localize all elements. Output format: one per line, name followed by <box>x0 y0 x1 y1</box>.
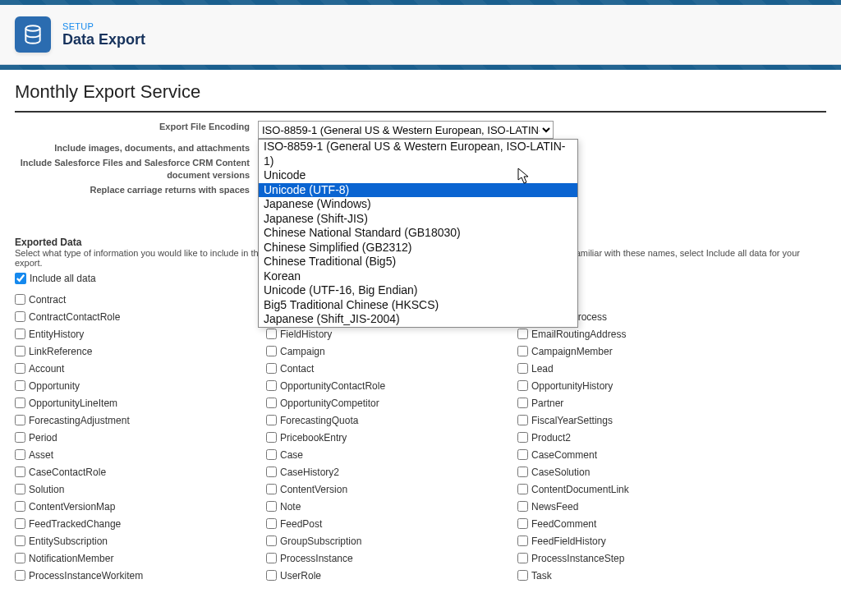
object-checkbox-item[interactable]: CaseHistory2 <box>266 463 517 480</box>
encoding-select[interactable]: ISO-8859-1 (General US & Western Europea… <box>258 121 554 139</box>
object-checkbox[interactable] <box>15 553 25 563</box>
object-checkbox[interactable] <box>266 553 277 563</box>
object-checkbox-item[interactable]: ProcessInstanceWorkitem <box>15 567 266 584</box>
object-checkbox-item[interactable]: Partner <box>517 394 769 411</box>
object-checkbox[interactable] <box>15 449 25 460</box>
object-checkbox-item[interactable]: EmailRoutingAddress <box>517 325 769 342</box>
encoding-option[interactable]: Big5 Traditional Chinese (HKSCS) <box>259 298 577 313</box>
object-checkbox-item[interactable]: NewsFeed <box>517 498 769 515</box>
object-checkbox[interactable] <box>517 570 528 581</box>
object-checkbox[interactable] <box>15 380 25 391</box>
object-checkbox[interactable] <box>266 398 277 408</box>
encoding-dropdown-listbox[interactable]: ISO-8859-1 (General US & Western Europea… <box>258 139 578 328</box>
encoding-option[interactable]: Japanese (Shift-JIS) <box>259 212 577 227</box>
object-checkbox[interactable] <box>15 294 25 305</box>
object-checkbox[interactable] <box>517 501 528 512</box>
object-checkbox[interactable] <box>15 518 25 529</box>
object-checkbox-item[interactable]: Task <box>517 567 769 584</box>
object-checkbox[interactable] <box>517 415 528 425</box>
object-checkbox[interactable] <box>517 553 528 563</box>
object-checkbox[interactable] <box>517 363 528 374</box>
object-checkbox[interactable] <box>266 363 277 374</box>
object-checkbox[interactable] <box>15 432 25 443</box>
object-checkbox[interactable] <box>15 501 25 512</box>
object-checkbox-item[interactable]: Lead <box>517 360 769 377</box>
object-checkbox-item[interactable]: UserRole <box>266 567 517 584</box>
encoding-option[interactable]: Japanese (Windows) <box>259 197 577 212</box>
object-checkbox[interactable] <box>266 380 277 391</box>
object-checkbox[interactable] <box>517 518 528 529</box>
object-checkbox-item[interactable]: Period <box>15 429 266 446</box>
object-checkbox[interactable] <box>517 432 528 443</box>
object-checkbox-item[interactable]: Campaign <box>266 342 517 360</box>
object-checkbox[interactable] <box>517 346 528 356</box>
object-checkbox[interactable] <box>517 467 528 477</box>
object-checkbox-item[interactable]: FiscalYearSettings <box>517 411 769 429</box>
object-checkbox[interactable] <box>266 467 277 477</box>
object-checkbox-item[interactable]: ContractContactRole <box>15 308 266 325</box>
object-checkbox[interactable] <box>266 570 277 581</box>
object-checkbox[interactable] <box>266 518 277 529</box>
object-checkbox-item[interactable]: ProcessInstance <box>266 549 517 567</box>
object-checkbox-item[interactable]: GroupSubscription <box>266 532 517 549</box>
object-checkbox[interactable] <box>15 346 25 356</box>
object-checkbox-item[interactable]: LinkReference <box>15 342 266 360</box>
object-checkbox[interactable] <box>517 536 528 546</box>
object-checkbox-item[interactable]: OpportunityHistory <box>517 377 769 394</box>
object-checkbox[interactable] <box>266 432 277 443</box>
object-checkbox-item[interactable]: OpportunityLineItem <box>15 394 266 411</box>
object-checkbox-item[interactable]: FeedComment <box>517 515 769 532</box>
object-checkbox[interactable] <box>15 570 25 581</box>
encoding-option[interactable]: Korean <box>259 269 577 284</box>
object-checkbox-item[interactable]: FeedTrackedChange <box>15 515 266 532</box>
encoding-option[interactable]: Unicode <box>259 168 577 183</box>
object-checkbox[interactable] <box>266 484 277 494</box>
object-checkbox-item[interactable]: Solution <box>15 480 266 498</box>
object-checkbox-item[interactable]: PricebookEntry <box>266 429 517 446</box>
object-checkbox[interactable] <box>517 484 528 494</box>
object-checkbox-item[interactable]: FieldHistory <box>266 325 517 342</box>
object-checkbox-item[interactable]: OpportunityContactRole <box>266 377 517 394</box>
object-checkbox[interactable] <box>266 329 277 339</box>
object-checkbox-item[interactable]: ContentVersionMap <box>15 498 266 515</box>
include-all-input[interactable] <box>15 273 26 284</box>
object-checkbox-item[interactable]: Contact <box>266 360 517 377</box>
object-checkbox-item[interactable]: Opportunity <box>15 377 266 394</box>
object-checkbox-item[interactable]: Case <box>266 446 517 463</box>
object-checkbox-item[interactable]: ForecastingAdjustment <box>15 411 266 429</box>
object-checkbox-item[interactable]: EntityHistory <box>15 325 266 342</box>
object-checkbox[interactable] <box>266 346 277 356</box>
object-checkbox-item[interactable]: ForecastingQuota <box>266 411 517 429</box>
object-checkbox[interactable] <box>15 484 25 494</box>
object-checkbox-item[interactable]: ContentVersion <box>266 480 517 498</box>
object-checkbox[interactable] <box>266 501 277 512</box>
object-checkbox-item[interactable]: FeedFieldHistory <box>517 532 769 549</box>
object-checkbox-item[interactable]: Contract <box>15 291 266 308</box>
object-checkbox[interactable] <box>517 449 528 460</box>
object-checkbox[interactable] <box>15 398 25 408</box>
encoding-option[interactable]: Chinese National Standard (GB18030) <box>259 226 577 241</box>
object-checkbox-item[interactable]: Account <box>15 360 266 377</box>
object-checkbox-item[interactable]: Asset <box>15 446 266 463</box>
encoding-option[interactable]: Chinese Simplified (GB2312) <box>259 241 577 255</box>
object-checkbox[interactable] <box>266 415 277 425</box>
object-checkbox-item[interactable]: CampaignMember <box>517 342 769 360</box>
encoding-option[interactable]: Unicode (UTF-16, Big Endian) <box>259 283 577 298</box>
object-checkbox[interactable] <box>517 380 528 391</box>
object-checkbox[interactable] <box>517 398 528 408</box>
object-checkbox[interactable] <box>266 536 277 546</box>
object-checkbox[interactable] <box>15 467 25 477</box>
object-checkbox[interactable] <box>517 329 528 339</box>
encoding-option[interactable]: ISO-8859-1 (General US & Western Europea… <box>259 140 577 168</box>
object-checkbox[interactable] <box>15 536 25 546</box>
encoding-option[interactable]: Japanese (Shift_JIS-2004) <box>259 312 577 327</box>
object-checkbox[interactable] <box>15 363 25 374</box>
object-checkbox-item[interactable]: NotificationMember <box>15 549 266 567</box>
object-checkbox-item[interactable]: EntitySubscription <box>15 532 266 549</box>
object-checkbox[interactable] <box>266 449 277 460</box>
object-checkbox-item[interactable]: Product2 <box>517 429 769 446</box>
object-checkbox-item[interactable]: ContentDocumentLink <box>517 480 769 498</box>
object-checkbox-item[interactable]: CaseSolution <box>517 463 769 480</box>
object-checkbox[interactable] <box>15 329 25 339</box>
object-checkbox-item[interactable]: FeedPost <box>266 515 517 532</box>
